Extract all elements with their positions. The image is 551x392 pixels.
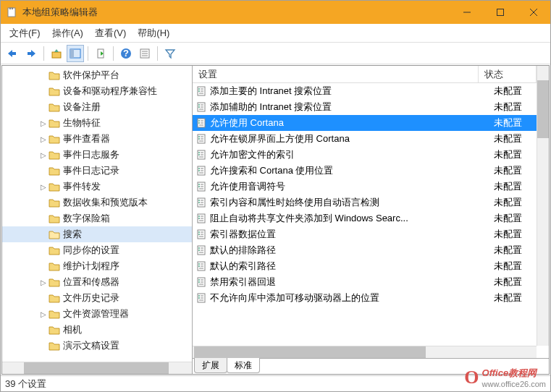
column-setting[interactable]: 设置 [193, 66, 479, 82]
tree-hscrollbar[interactable] [2, 362, 192, 374]
tree-item[interactable]: ▷文件资源管理器 [2, 306, 192, 322]
tree-item[interactable]: 数字保险箱 [2, 210, 192, 226]
menu-help[interactable]: 帮助(H) [132, 25, 175, 42]
list-body[interactable]: 添加主要的 Intranet 搜索位置未配置添加辅助的 Intranet 搜索位… [193, 83, 549, 358]
export-button[interactable] [92, 45, 109, 62]
folder-icon [49, 197, 60, 208]
tab-extended[interactable]: 扩展 [194, 358, 227, 373]
folder-icon [49, 245, 60, 255]
tree-item-label: 设备和驱动程序兼容性 [63, 85, 157, 98]
app-icon [7, 7, 18, 18]
svg-point-67 [198, 152, 200, 153]
svg-marker-29 [49, 152, 59, 159]
tree-item[interactable]: ▷事件查看器 [2, 131, 192, 147]
forward-button[interactable] [22, 45, 40, 62]
svg-marker-26 [49, 104, 59, 111]
window-title: 本地组策略编辑器 [22, 6, 450, 19]
svg-rect-2 [12, 7, 13, 9]
setting-label: 索引器数据位置 [210, 228, 276, 241]
svg-marker-24 [49, 72, 59, 80]
list-row[interactable]: 添加主要的 Intranet 搜索位置未配置 [193, 83, 549, 99]
list-row[interactable]: 允许加密文件的索引未配置 [193, 147, 549, 163]
list-row[interactable]: 添加辅助的 Intranet 搜索位置未配置 [193, 99, 549, 115]
tree-item[interactable]: 事件日志记录 [2, 163, 192, 179]
list-row[interactable]: 索引器数据位置未配置 [193, 226, 549, 242]
policy-item-icon [195, 149, 207, 161]
folder-icon [49, 166, 60, 176]
back-button[interactable] [4, 45, 21, 62]
tree-item[interactable]: 设备和驱动程序兼容性 [2, 83, 192, 99]
tree-item[interactable]: ▷事件转发 [2, 179, 192, 195]
list-hscrollbar[interactable] [193, 346, 537, 358]
expand-icon[interactable]: ▷ [38, 119, 49, 127]
menu-view[interactable]: 查看(V) [89, 25, 132, 42]
tree-item[interactable]: 相机 [2, 322, 192, 338]
tab-standard[interactable]: 标准 [227, 358, 260, 373]
menu-action[interactable]: 操作(A) [46, 25, 89, 42]
policy-item-icon [195, 197, 207, 208]
svg-point-55 [198, 120, 200, 122]
list-row[interactable]: 默认的排除路径未配置 [193, 242, 549, 258]
list-row[interactable]: 索引内容和属性时始终使用自动语言检测未配置 [193, 195, 549, 210]
help-button[interactable]: ? [117, 45, 135, 62]
tree-item-label: 搜索 [63, 228, 82, 241]
tree-item-label: 文件资源管理器 [63, 307, 129, 320]
list-row[interactable]: 允许使用音调符号未配置 [193, 179, 549, 195]
setting-label: 索引内容和属性时始终使用自动语言检测 [210, 196, 379, 209]
svg-point-43 [198, 88, 200, 90]
tree-item[interactable]: 搜索 [2, 226, 192, 242]
tree-item[interactable]: 演示文稿设置 [2, 338, 192, 354]
tree-item[interactable]: ▷生物特征 [2, 115, 192, 131]
tree-item[interactable]: ▷位置和传感器 [2, 274, 192, 290]
show-hide-tree-button[interactable] [67, 45, 84, 62]
svg-rect-1 [9, 7, 11, 9]
list-row[interactable]: 阻止自动将共享文件夹添加到 Windows Searc...未配置 [193, 210, 549, 226]
tree-item[interactable]: ▷事件日志服务 [2, 147, 192, 163]
svg-point-97 [198, 231, 200, 233]
watermark-brand: Office教程网 [482, 367, 537, 378]
tree-item[interactable]: 同步你的设置 [2, 242, 192, 258]
svg-point-103 [198, 247, 200, 249]
svg-point-121 [198, 295, 200, 297]
setting-label: 添加主要的 Intranet 搜索位置 [210, 85, 332, 98]
folder-icon [49, 150, 60, 160]
folder-icon [49, 341, 60, 351]
tree-item[interactable]: 软件保护平台 [2, 67, 192, 83]
svg-marker-35 [49, 247, 59, 255]
list-row[interactable]: 允许搜索和 Cortana 使用位置未配置 [193, 163, 549, 179]
close-button[interactable] [517, 1, 550, 24]
svg-point-44 [198, 90, 200, 92]
expand-icon[interactable]: ▷ [38, 278, 49, 286]
menu-file[interactable]: 文件(F) [4, 25, 46, 42]
minimize-button[interactable] [450, 1, 484, 24]
column-state[interactable]: 状态 [479, 66, 537, 82]
svg-point-85 [198, 200, 200, 201]
status-text: 39 个设置 [5, 378, 46, 391]
svg-marker-23 [166, 50, 174, 58]
list-row[interactable]: 不允许向库中添加可移动驱动器上的位置未配置 [193, 290, 549, 306]
list-row[interactable]: 允许使用 Cortana未配置 [193, 115, 549, 131]
svg-marker-28 [49, 136, 59, 143]
maximize-button[interactable] [484, 1, 517, 24]
list-row[interactable]: 默认的索引路径未配置 [193, 258, 549, 274]
setting-label: 允许加密文件的索引 [210, 148, 295, 161]
tree-item[interactable]: 维护计划程序 [2, 258, 192, 274]
up-button[interactable] [48, 45, 65, 62]
list-vscrollbar[interactable] [537, 66, 549, 346]
expand-icon[interactable]: ▷ [38, 151, 49, 159]
expand-icon[interactable]: ▷ [38, 183, 49, 191]
expand-icon[interactable]: ▷ [38, 310, 49, 318]
tree-item[interactable]: 文件历史记录 [2, 290, 192, 306]
tree-item[interactable]: 数据收集和预览版本 [2, 195, 192, 210]
properties-button[interactable] [136, 45, 153, 62]
tree-item-label: 文件历史记录 [63, 291, 119, 304]
list-row[interactable]: 允许在锁屏界面上方使用 Cortana未配置 [193, 131, 549, 147]
folder-icon [49, 70, 60, 80]
tree-item[interactable]: 设备注册 [2, 99, 192, 115]
watermark-url: www.office26.com [482, 380, 546, 388]
expand-icon[interactable]: ▷ [38, 135, 49, 143]
svg-point-104 [198, 250, 200, 251]
folder-tree[interactable]: 软件保护平台设备和驱动程序兼容性设备注册▷生物特征▷事件查看器▷事件日志服务事件… [2, 66, 192, 362]
filter-button[interactable] [161, 45, 179, 62]
list-row[interactable]: 禁用索引器回退未配置 [193, 274, 549, 290]
